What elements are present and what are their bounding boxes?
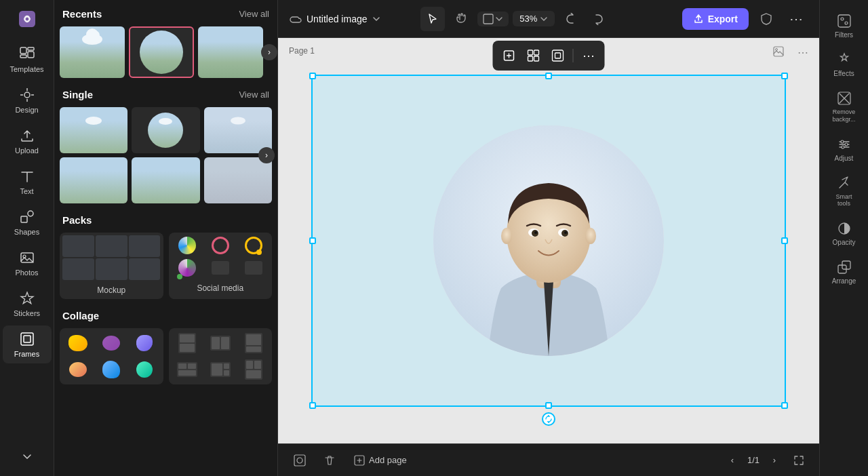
sidebar-item-shapes[interactable]: Shapes [3,203,52,241]
recent-thumb-3[interactable] [198,26,263,78]
collage-frames-pack[interactable] [169,328,273,384]
smart-tools-label: Smarttools [835,193,852,208]
sidebar-item-templates[interactable]: Templates [3,41,52,79]
pointer-tool-button[interactable] [420,7,445,31]
sidebar-collapse-btn[interactable] [3,443,52,471]
svg-rect-10 [21,216,27,222]
page-next-button[interactable]: › [765,451,784,470]
undo-button[interactable] [559,7,583,31]
shield-button[interactable] [754,7,778,31]
social-circle-1 [172,235,203,256]
add-page-button[interactable]: Add page [349,452,412,469]
svg-point-20 [776,49,778,51]
opacity-icon [837,221,852,236]
sticker-4 [62,357,94,382]
rotate-handle[interactable] [542,412,555,426]
recents-header: Recents View all [60,8,272,20]
canvas-background[interactable] [311,75,786,407]
pack-social[interactable]: Social media [169,233,273,299]
single-section: Single View all [60,89,272,203]
document-title[interactable]: Untitled image [289,12,381,26]
right-panel-effects[interactable]: Effects [823,47,866,83]
right-panel-smart-tools[interactable]: Smarttools [823,170,866,214]
collage-stickers-pack[interactable] [60,328,163,384]
frame-view-selector[interactable] [477,12,509,26]
single-thumb-5[interactable] [132,157,199,203]
templates-icon [19,46,35,62]
canvas-more-button[interactable]: ⋯ [797,46,808,59]
zoom-control[interactable]: 53% [513,11,555,26]
frame-view-icon [483,14,494,24]
packs-section: Packs Mockup [60,214,272,299]
collage-title: Collage [62,310,99,321]
single-thumb-3[interactable] [204,107,272,153]
delete-button[interactable] [319,450,340,471]
svg-point-11 [28,211,33,216]
single-view-all[interactable]: View all [239,90,269,100]
redo-button[interactable] [586,7,610,31]
collage-stickers-grid [62,331,161,382]
export-button[interactable]: Export [682,8,749,30]
svg-point-50 [841,140,844,143]
sticker-1 [62,331,94,355]
sidebar-item-upload[interactable]: Upload [3,122,52,160]
single-nav-arrow[interactable]: › [258,147,275,163]
opacity-label: Opacity [833,239,856,246]
floating-frame-button[interactable] [547,45,569,66]
canvas-area: Page 1 ⋯ [278,38,819,443]
svg-rect-4 [20,55,26,58]
sidebar-item-logo[interactable] [3,5,52,33]
svg-rect-22 [528,50,533,55]
background-remove-icon-button[interactable] [289,450,311,471]
recent-thumb-2[interactable] [129,26,194,78]
pack-mockup-cell-3 [129,235,161,257]
right-panel-remove-bg[interactable]: Removebackgr... [823,85,866,129]
pack-mockup-cell-1 [62,235,94,257]
stickers-icon [19,290,35,306]
packs-header: Packs [60,214,272,226]
single-thumb-2[interactable] [132,107,199,153]
svg-point-38 [501,228,512,244]
frame-layout-2 [205,331,236,355]
sidebar-item-text[interactable]: Text [3,163,52,201]
fullscreen-button[interactable] [789,451,808,470]
page-prev-button[interactable]: ‹ [723,451,742,470]
recent-thumb-1[interactable] [60,26,125,78]
floating-resize-button[interactable] [498,45,520,66]
single-thumb-4[interactable] [60,157,127,203]
right-panel-arrange[interactable]: Arrange [823,254,866,290]
floating-more-button[interactable]: ⋯ [578,45,599,66]
canvas-image-icon[interactable] [773,46,784,59]
sidebar-item-frames[interactable]: Frames [3,325,52,363]
cloud-save-icon [289,12,302,26]
single-thumb-1[interactable] [60,107,127,153]
recents-nav-arrow[interactable]: › [261,44,277,60]
svg-point-5 [24,92,30,98]
frame-dropdown-icon [495,15,503,23]
right-panel-adjust[interactable]: Adjust [823,132,866,167]
sidebar-item-label-photos: Photos [15,269,38,277]
sidebar-item-stickers[interactable]: Stickers [3,285,52,323]
right-panel-opacity[interactable]: Opacity [823,216,866,252]
hand-tool-button[interactable] [449,7,473,31]
adjust-label: Adjust [835,155,854,162]
more-options-button[interactable]: ⋯ [784,7,808,31]
svg-point-39 [585,228,596,244]
right-panel-filters[interactable]: Filters [823,8,866,44]
svg-rect-3 [28,52,34,58]
profile-frame-image[interactable] [433,125,664,356]
pack-social-label: Social media [169,281,273,297]
floating-grid-button[interactable] [523,45,545,66]
single-thumb-6[interactable] [204,157,272,203]
pack-mockup-cell-4 [62,258,94,280]
recents-view-all[interactable]: View all [239,9,269,19]
pack-mockup[interactable]: Mockup [60,233,163,299]
page-label: Page 1 [289,46,315,56]
chevron-down-icon [19,449,35,465]
remove-bg-icon [837,91,852,106]
photos-icon [19,250,35,266]
single-title: Single [62,89,93,100]
pack-mockup-thumbs [60,233,163,283]
sidebar-item-design[interactable]: Design [3,81,52,119]
sidebar-item-photos[interactable]: Photos [3,244,52,282]
